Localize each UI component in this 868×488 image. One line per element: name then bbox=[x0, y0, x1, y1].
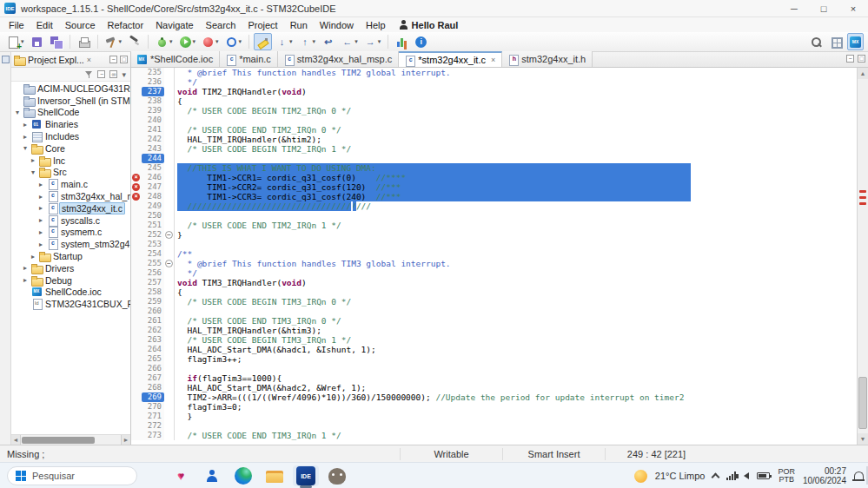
line-number[interactable]: 253 bbox=[142, 240, 164, 249]
profile-button[interactable]: ▾ bbox=[199, 33, 222, 50]
close-button[interactable]: × bbox=[838, 0, 868, 16]
line-number[interactable]: 266 bbox=[142, 364, 164, 373]
tree-item-syscalls-c[interactable]: ▸syscalls.c bbox=[11, 214, 130, 227]
menu-help[interactable]: Help bbox=[360, 19, 392, 31]
close-tab-icon[interactable]: × bbox=[491, 56, 495, 64]
tree-closed-arrow-icon[interactable]: ▸ bbox=[37, 193, 44, 201]
line-number[interactable]: 240 bbox=[142, 115, 164, 125]
tree-closed-arrow-icon[interactable]: ▸ bbox=[22, 133, 29, 141]
code-line-248[interactable]: ×248 TIM1->CCR3= cordic_q31_cosf(240) //… bbox=[131, 192, 857, 201]
restore-view-icon[interactable] bbox=[2, 56, 10, 63]
run-button[interactable]: ▾ bbox=[176, 33, 199, 50]
save-button[interactable] bbox=[28, 33, 46, 50]
notification-bell-icon[interactable] bbox=[854, 472, 864, 479]
line-number[interactable]: 238 bbox=[142, 96, 164, 106]
tree-item-debug[interactable]: ▸Debug bbox=[11, 274, 130, 287]
weather-icon[interactable] bbox=[634, 470, 647, 483]
taskbar-app-person-app[interactable] bbox=[199, 465, 225, 486]
code-line-256[interactable]: 256 */ bbox=[131, 268, 857, 278]
dropdown-arrow-icon[interactable]: ▾ bbox=[193, 38, 196, 45]
tree-item-startup[interactable]: ▸Startup bbox=[11, 250, 130, 262]
code-line-238[interactable]: 238{ bbox=[131, 96, 857, 106]
line-number[interactable]: 252 bbox=[142, 230, 164, 240]
code-line-255[interactable]: 255− * @brief This function handles TIM3… bbox=[131, 259, 857, 268]
code-line-271[interactable]: 271 } bbox=[131, 412, 857, 421]
line-number[interactable]: 239 bbox=[142, 106, 164, 115]
code-line-242[interactable]: 242 HAL_TIM_IRQHandler(&htim2); bbox=[131, 135, 857, 144]
open-perspective-button[interactable] bbox=[827, 33, 845, 50]
tree-item-system-stm32g4[interactable]: ▸system_stm32g4... bbox=[11, 238, 130, 250]
code-line-249[interactable]: 249 ////////////////////////////////////… bbox=[131, 201, 857, 211]
line-number[interactable]: 242 bbox=[142, 135, 164, 144]
line-number[interactable]: 246 bbox=[142, 173, 164, 182]
tree-closed-arrow-icon[interactable]: ▸ bbox=[22, 121, 29, 129]
menu-edit[interactable]: Edit bbox=[30, 19, 59, 31]
new-button[interactable]: ▾ bbox=[4, 33, 27, 50]
line-number[interactable]: 256 bbox=[142, 268, 164, 278]
overview-error-mark[interactable] bbox=[859, 202, 866, 205]
tree-item-acim-nucleog431rb-ih[interactable]: ACIM-NUCLEOG431RB-IH... bbox=[11, 82, 130, 95]
code-line-266[interactable]: 266 bbox=[131, 364, 857, 373]
debug-button[interactable]: ▾ bbox=[153, 33, 176, 50]
dropdown-arrow-icon[interactable]: ▾ bbox=[169, 38, 173, 45]
editor-tab-stm32g4xx-it-h[interactable]: stm32g4xx_it.h bbox=[502, 51, 593, 67]
menu-search[interactable]: Search bbox=[200, 19, 242, 31]
volume-icon[interactable] bbox=[744, 472, 749, 479]
back-button[interactable]: ←▾ bbox=[338, 33, 361, 50]
filter-icon[interactable] bbox=[85, 70, 93, 78]
print-button[interactable] bbox=[75, 33, 93, 50]
code-line-240[interactable]: 240 bbox=[131, 115, 857, 125]
fold-collapse-icon[interactable]: − bbox=[165, 231, 173, 239]
taskbar-app-file-explorer[interactable] bbox=[262, 465, 288, 486]
toggle-mark-occurrences-button[interactable] bbox=[254, 33, 272, 50]
line-number[interactable]: 243 bbox=[142, 144, 164, 154]
menu-refactor[interactable]: Refactor bbox=[102, 19, 150, 31]
line-number[interactable]: 249 bbox=[142, 201, 164, 211]
code-line-258[interactable]: 258{ bbox=[131, 287, 857, 297]
scrollbar-thumb[interactable] bbox=[22, 437, 95, 444]
taskbar-app-gimp[interactable] bbox=[324, 465, 350, 486]
line-number[interactable]: 236 bbox=[142, 77, 164, 87]
code-line-267[interactable]: 267 if(flagTim3==1000){ bbox=[131, 373, 857, 383]
previous-annotation-button[interactable]: ↑▾ bbox=[296, 33, 319, 50]
code-line-261[interactable]: 261 /* USER CODE END TIM3_IRQn 0 */ bbox=[131, 316, 857, 326]
fold-collapse-icon[interactable]: − bbox=[165, 260, 173, 267]
line-number[interactable]: 269 bbox=[142, 392, 164, 402]
code-line-272[interactable]: 272 bbox=[131, 421, 857, 431]
dropdown-arrow-icon[interactable]: ▾ bbox=[215, 38, 219, 45]
code-line-243[interactable]: 243 /* USER CODE BEGIN TIM2_IRQn 1 */ bbox=[131, 144, 857, 154]
tree-item-stm32g4xx-hal-m[interactable]: ▸stm32g4xx_hal_m... bbox=[11, 190, 130, 202]
line-number[interactable]: 257 bbox=[142, 278, 164, 287]
dropdown-arrow-icon[interactable]: ▾ bbox=[289, 38, 293, 45]
line-number[interactable]: 244 bbox=[142, 154, 164, 163]
taskbar-search[interactable]: Pesquisar bbox=[7, 466, 137, 485]
tree-closed-arrow-icon[interactable]: ▸ bbox=[37, 228, 44, 236]
minimize-view-icon[interactable]: − bbox=[109, 56, 117, 63]
build-button[interactable]: ▾ bbox=[103, 33, 125, 50]
tree-item-inversor-shell-in-stm32c[interactable]: Inversor_Shell (in STM32C... bbox=[11, 95, 130, 107]
tree-closed-arrow-icon[interactable]: ▸ bbox=[37, 204, 44, 212]
line-number[interactable]: 248 bbox=[142, 192, 164, 201]
editor-tab-stm32g4xx-hal-msp-c[interactable]: stm32g4xx_hal_msp.c bbox=[278, 51, 399, 67]
menu-window[interactable]: Window bbox=[314, 19, 360, 31]
user-account[interactable]: Hello Raul bbox=[399, 20, 459, 30]
tree-closed-arrow-icon[interactable]: ▸ bbox=[30, 253, 36, 260]
device-configuration-button[interactable] bbox=[125, 33, 143, 50]
forward-button[interactable]: →▾ bbox=[361, 33, 384, 50]
code-line-235[interactable]: 235 * @brief This function handles TIM2 … bbox=[131, 68, 857, 77]
tree-item-drivers[interactable]: ▸Drivers bbox=[11, 262, 130, 274]
tree-closed-arrow-icon[interactable]: ▸ bbox=[22, 264, 29, 272]
code-line-257[interactable]: 257void TIM3_IRQHandler(void) bbox=[131, 278, 857, 287]
code-line-268[interactable]: 268 HAL_ADC_Start_DMA(&hadc2, &Wref, 1); bbox=[131, 383, 857, 392]
language-indicator[interactable]: PORPTB bbox=[778, 468, 795, 485]
line-number[interactable]: 268 bbox=[142, 383, 164, 392]
line-number[interactable]: 255 bbox=[142, 259, 164, 268]
weather-text[interactable]: 21°C Limpo bbox=[655, 471, 706, 481]
code-line-273[interactable]: 273 /* USER CODE END TIM3_IRQn 1 */ bbox=[131, 431, 857, 440]
editor-tab-shellcode-ioc[interactable]: *ShellCode.ioc bbox=[131, 51, 220, 67]
line-number[interactable]: 267 bbox=[142, 373, 164, 383]
code-line-247[interactable]: ×247 TIM1->CCR2= cordic_q31_cosf(120) //… bbox=[131, 182, 857, 192]
code-line-246[interactable]: ×246 TIM1->CCR1= cordic_q31_cosf(0) //**… bbox=[131, 173, 857, 182]
tree-item-core[interactable]: ▾Core bbox=[11, 142, 130, 155]
line-number[interactable]: 241 bbox=[142, 125, 164, 135]
